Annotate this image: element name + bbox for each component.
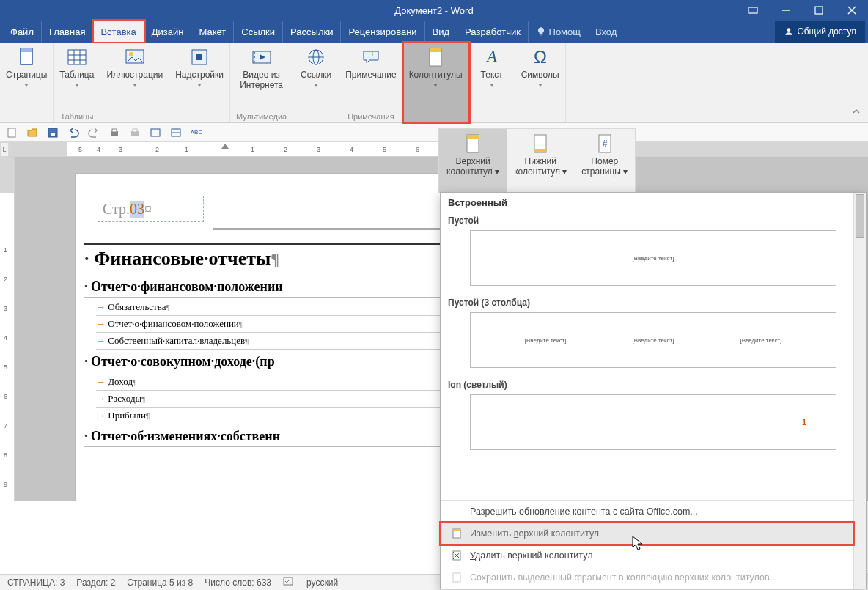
svg-rect-33: [112, 129, 117, 132]
gallery-item-blank3[interactable]: Пустой (3 столбца) [Введите текст] [Введ…: [441, 295, 866, 377]
gallery-footer: Разрешить обновление контента с сайта Of…: [441, 500, 853, 589]
status-page[interactable]: СТРАНИЦА: 3: [7, 578, 65, 588]
table-button[interactable]: Таблица ▾: [59, 45, 94, 89]
qat-quickprint-icon[interactable]: [129, 127, 141, 139]
scrollbar-thumb[interactable]: [856, 194, 864, 238]
svg-rect-42: [534, 149, 546, 152]
tab-home[interactable]: Главная: [42, 21, 93, 43]
svg-text:1: 1: [185, 146, 188, 153]
sign-in[interactable]: Вход: [588, 21, 624, 43]
tab-view[interactable]: Вид: [425, 21, 458, 43]
share-button[interactable]: Общий доступ: [775, 21, 865, 43]
addins-button[interactable]: Надстройки ▾: [175, 45, 224, 89]
preview-placeholder: [Введите текст]: [740, 337, 781, 344]
qat-redo-icon[interactable]: [88, 127, 100, 139]
svg-rect-0: [749, 7, 757, 13]
group-text: A Текст ▾: [469, 43, 515, 122]
gallery-preview: [Введите текст]: [470, 230, 836, 286]
gallery-heading-builtin: Встроенный: [441, 193, 866, 213]
tab-developer[interactable]: Разработчик: [457, 21, 529, 43]
svg-rect-31: [51, 133, 55, 136]
qat-print-icon[interactable]: [108, 127, 120, 139]
header-label2: колонтитул: [446, 166, 493, 177]
svg-text:1: 1: [4, 246, 7, 254]
tab-references[interactable]: Ссылки: [234, 21, 283, 43]
table-label: Таблица: [59, 70, 94, 81]
remove-header-icon: [451, 550, 463, 561]
online-video-button[interactable]: Видео изИнтернета: [240, 45, 283, 91]
qat-undo-icon[interactable]: [67, 127, 79, 139]
svg-rect-7: [21, 48, 32, 52]
gallery-edit-header[interactable]: Изменить верхний колонтитул: [441, 523, 853, 545]
links-button[interactable]: Ссылки ▾: [299, 45, 333, 89]
tell-me[interactable]: Помощ: [529, 21, 588, 43]
illustrations-icon: [123, 45, 147, 69]
svg-point-20: [254, 61, 255, 62]
page-number-button[interactable]: # Номерстраницы ▾: [574, 129, 635, 192]
svg-point-18: [254, 52, 255, 54]
group-comments-label: Примечания: [347, 112, 394, 121]
gallery-enable-office-updates[interactable]: Разрешить обновление контента с сайта Of…: [441, 501, 853, 523]
symbols-button[interactable]: Ω Символы ▾: [521, 45, 559, 89]
svg-text:A: A: [485, 47, 497, 65]
tab-design[interactable]: Дизайн: [144, 21, 192, 43]
status-words[interactable]: Число слов: 633: [205, 578, 271, 588]
svg-text:9: 9: [4, 481, 7, 488]
table-icon: [65, 45, 89, 69]
illustrations-button[interactable]: Иллюстрации ▾: [106, 45, 163, 89]
minimize-icon[interactable]: [769, 0, 802, 21]
status-section[interactable]: Раздел: 2: [76, 578, 115, 588]
links-label: Ссылки: [301, 70, 331, 81]
window-controls: [736, 0, 868, 21]
tab-file[interactable]: Файл: [3, 21, 42, 43]
close-icon[interactable]: [835, 0, 868, 21]
window-title: Документ2 - Word: [394, 5, 473, 16]
tab-selector[interactable]: L: [0, 142, 9, 157]
qat-toggle2-icon[interactable]: [170, 127, 182, 139]
gallery-scrollbar[interactable]: [853, 193, 866, 589]
group-addins: Надстройки ▾: [169, 43, 230, 122]
svg-text:2: 2: [4, 276, 7, 283]
svg-text:4: 4: [350, 146, 353, 153]
proofing-icon[interactable]: [283, 576, 295, 589]
tab-layout[interactable]: Макет: [191, 21, 234, 43]
header-prefix: Стр.: [103, 201, 130, 218]
headerfooter-label: Колонтитулы: [409, 70, 463, 81]
gallery-item-blank[interactable]: Пустой [Введите текст]: [441, 213, 866, 295]
text-button[interactable]: A Текст ▾: [475, 45, 509, 89]
qat-open-icon[interactable]: [26, 127, 38, 139]
qat-new-icon[interactable]: [6, 127, 18, 139]
footer-button[interactable]: Нижнийколонтитул ▾: [507, 129, 574, 192]
comment-button[interactable]: + Примечание: [345, 45, 396, 81]
preview-placeholder: [Введите текст]: [633, 337, 674, 344]
vertical-ruler[interactable]: 123 456 789: [0, 157, 15, 501]
gallery-more-label: Разрешить обновление контента с сайта Of…: [470, 506, 698, 517]
svg-text:7: 7: [4, 422, 7, 429]
gallery-remove-header[interactable]: Удалить верхний колонтитул: [441, 545, 853, 567]
save-selection-icon: [451, 572, 463, 583]
pages-button[interactable]: Страницы ▾: [6, 45, 47, 89]
qat-spellcheck-icon[interactable]: ABC: [191, 127, 202, 139]
maximize-icon[interactable]: [802, 0, 835, 21]
svg-rect-13: [126, 50, 144, 63]
header-button[interactable]: Верхнийколонтитул ▾: [439, 129, 507, 192]
tab-review[interactable]: Рецензировани: [341, 21, 424, 43]
headerfooter-button[interactable]: Колонтитулы ▾: [409, 45, 463, 89]
text-icon: A: [480, 45, 504, 69]
tab-insert[interactable]: Вставка: [93, 21, 144, 43]
tab-mailings[interactable]: Рассылки: [283, 21, 341, 43]
status-pageof[interactable]: Страница 5 из 8: [127, 578, 193, 588]
group-media: Видео изИнтернета Мультимедиа: [230, 43, 293, 122]
qat-toggle1-icon[interactable]: [150, 127, 161, 139]
pages-icon: [15, 45, 38, 69]
svg-text:5: 5: [4, 364, 7, 371]
addins-icon: [188, 45, 211, 69]
ribbon-options-icon[interactable]: [736, 0, 769, 21]
header-gallery-dropdown: Встроенный Пустой [Введите текст] Пустой…: [440, 192, 867, 589]
status-language[interactable]: русский: [306, 578, 338, 588]
header-edit-box[interactable]: Стр.03¤: [98, 196, 204, 222]
qat-save-icon[interactable]: [47, 127, 59, 139]
collapse-ribbon-icon[interactable]: [852, 107, 861, 118]
header-icon: [461, 132, 485, 155]
gallery-item-ion[interactable]: Ion (светлый) 1: [441, 377, 866, 459]
